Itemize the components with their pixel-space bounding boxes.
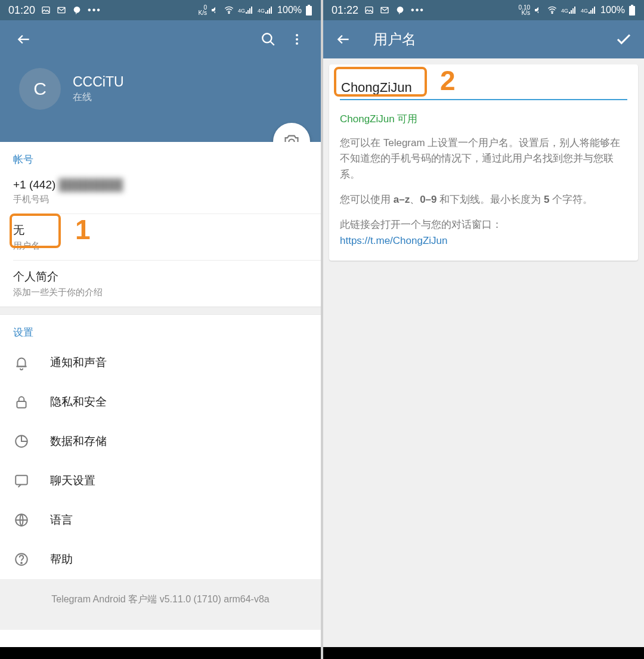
section-gap — [0, 307, 321, 315]
setting-help[interactable]: 帮助 — [0, 540, 321, 579]
bio-row[interactable]: 个人简介 添加一些关于你的介绍 — [0, 261, 321, 307]
phone-blurred: ████████ — [59, 178, 123, 191]
phone-right-username: 01:22 ••• 0.10 K/s 4G — [323, 0, 644, 659]
page-title: 用户名 — [373, 30, 416, 49]
setting-notifications[interactable]: 通知和声音 — [0, 343, 321, 382]
svg-point-4 — [228, 13, 230, 14]
back-button[interactable] — [10, 25, 38, 54]
description-3: 此链接会打开一个与您的对话窗口： https://t.me/ChongZiJun — [340, 217, 627, 249]
svg-rect-38 — [594, 7, 595, 14]
lock-icon — [13, 394, 30, 410]
battery-percent: 100% — [600, 5, 625, 16]
bio-label: 添加一些关于你的介绍 — [13, 287, 308, 298]
svg-rect-20 — [17, 401, 26, 408]
setting-privacy[interactable]: 隐私和安全 — [0, 382, 321, 422]
help-icon — [13, 552, 30, 567]
svg-point-17 — [296, 38, 298, 41]
network-speed: 0 K/s — [199, 5, 207, 16]
android-navbar — [323, 647, 644, 659]
description-2: 您可以使用 a–z、0–9 和下划线。最小长度为 5 个字符。 — [340, 192, 627, 208]
network-speed: 0.10 K/s — [519, 5, 530, 16]
description-1: 您可以在 Telegram 上设置一个用户名。设置后，别人将能够在不知道您的手机… — [340, 135, 627, 182]
wifi-icon — [547, 5, 558, 15]
pie-icon — [13, 434, 30, 449]
svg-rect-6 — [247, 10, 249, 14]
phone-row[interactable]: +1 (442) ████████ 手机号码 — [0, 170, 321, 214]
signal-4g-icon-1: 4G — [561, 7, 577, 14]
svg-rect-8 — [251, 7, 252, 14]
mail-icon — [57, 5, 66, 15]
mute-icon — [210, 5, 220, 15]
section-settings-header: 设置 — [0, 315, 321, 343]
username-header: 用户名 — [323, 20, 644, 58]
phone-label: 手机号码 — [13, 194, 308, 205]
mail-icon — [380, 5, 389, 15]
svg-rect-22 — [16, 475, 27, 484]
svg-point-25 — [21, 562, 22, 564]
svg-rect-13 — [306, 6, 312, 16]
svg-point-15 — [262, 33, 271, 42]
android-navbar — [0, 647, 321, 659]
profile-status: 在线 — [73, 91, 124, 104]
username-value: 无 — [13, 222, 308, 238]
svg-point-28 — [397, 7, 404, 13]
hangouts-icon — [395, 5, 405, 15]
battery-icon — [628, 5, 636, 16]
hangouts-icon — [72, 5, 82, 15]
availability-text: ChongZiJun 可用 — [340, 112, 627, 126]
svg-rect-40 — [631, 5, 633, 6]
profile-link[interactable]: https://t.me/ChongZiJun — [340, 235, 447, 246]
image-icon — [41, 5, 51, 15]
svg-rect-31 — [569, 12, 570, 14]
username-row[interactable]: 无 用户名 — [0, 214, 321, 260]
svg-rect-5 — [246, 12, 247, 14]
svg-rect-33 — [572, 8, 574, 14]
avatar[interactable]: C — [19, 68, 61, 110]
svg-rect-32 — [571, 10, 572, 14]
battery-icon — [305, 5, 312, 16]
globe-icon — [13, 512, 30, 528]
search-button[interactable] — [254, 25, 283, 54]
mute-icon — [534, 5, 543, 15]
status-bar: 01:22 ••• 0.10 K/s 4G — [323, 0, 644, 20]
battery-percent: 100% — [277, 5, 302, 16]
svg-rect-14 — [308, 5, 310, 6]
svg-point-16 — [296, 34, 298, 36]
menu-button[interactable] — [283, 25, 311, 54]
svg-rect-36 — [590, 10, 592, 14]
username-input[interactable] — [340, 76, 627, 100]
status-bar: 01:20 ••• 0 K/s 4G — [0, 0, 321, 20]
signal-4g-icon-2: 4G — [258, 7, 274, 14]
setting-data[interactable]: 数据和存储 — [0, 422, 321, 461]
svg-rect-37 — [592, 8, 593, 14]
version-footer: Telegram Android 客户端 v5.11.0 (1710) arm6… — [0, 579, 321, 630]
svg-point-30 — [552, 13, 553, 14]
back-button[interactable] — [329, 25, 358, 54]
bell-icon — [13, 355, 30, 370]
svg-rect-11 — [269, 8, 270, 14]
confirm-button[interactable] — [609, 25, 638, 54]
more-dots-icon: ••• — [411, 5, 425, 16]
setting-language[interactable]: 语言 — [0, 500, 321, 540]
username-card: ChongZiJun 可用 您可以在 Telegram 上设置一个用户名。设置后… — [329, 64, 638, 261]
svg-rect-10 — [267, 10, 268, 14]
svg-rect-39 — [629, 6, 635, 16]
status-time: 01:22 — [332, 4, 358, 17]
wifi-icon — [224, 5, 234, 15]
svg-rect-34 — [574, 7, 575, 14]
phone-left-settings: 01:20 ••• 0 K/s 4G — [0, 0, 321, 659]
phone-prefix: +1 (442) — [13, 178, 55, 191]
settings-content: 帐号 +1 (442) ████████ 手机号码 无 用户名 个人简介 添加一… — [0, 142, 321, 647]
svg-rect-7 — [249, 8, 250, 14]
setting-chat[interactable]: 聊天设置 — [0, 461, 321, 500]
svg-point-18 — [296, 42, 298, 45]
profile-name: CCCiTU — [73, 74, 124, 90]
username-label: 用户名 — [13, 240, 308, 252]
image-icon — [364, 5, 374, 15]
svg-rect-35 — [589, 12, 590, 14]
signal-4g-icon-2: 4G — [581, 7, 597, 14]
section-account-header: 帐号 — [0, 142, 321, 170]
chat-icon — [13, 473, 30, 488]
profile-header: C CCCiTU 在线 — [0, 20, 321, 142]
status-time: 01:20 — [8, 4, 35, 17]
